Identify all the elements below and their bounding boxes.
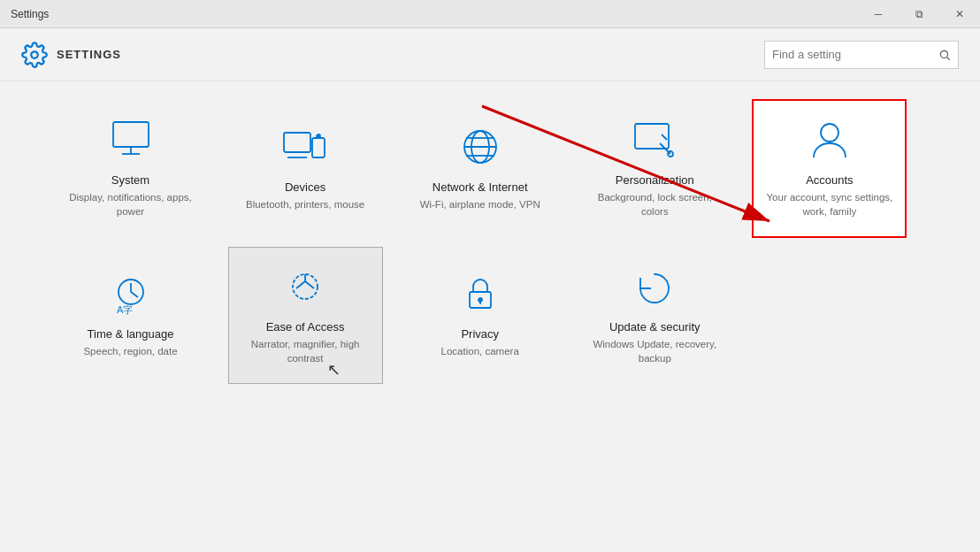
- search-icon[interactable]: [931, 42, 958, 68]
- setting-item-system[interactable]: System Display, notifications, apps, pow…: [53, 99, 208, 238]
- svg-line-18: [662, 134, 667, 140]
- svg-rect-7: [312, 138, 325, 157]
- titlebar-title: Settings: [11, 8, 49, 20]
- svg-point-27: [479, 298, 482, 302]
- update-name: Update & security: [609, 320, 701, 334]
- setting-item-network[interactable]: Network & Internet Wi-Fi, airplane mode,…: [402, 99, 557, 238]
- accounts-name: Accounts: [806, 173, 853, 187]
- privacy-icon: [457, 272, 503, 318]
- ease-desc: Narrator, magnifier, high contrast: [238, 337, 373, 365]
- svg-point-19: [821, 124, 838, 142]
- personalization-icon: [632, 119, 678, 165]
- ease-icon: [282, 265, 328, 311]
- svg-rect-6: [284, 133, 310, 152]
- network-name: Network & Internet: [433, 180, 528, 194]
- header-left: SETTINGS: [21, 42, 121, 68]
- settings-grid: System Display, notifications, apps, pow…: [53, 99, 927, 384]
- accounts-desc: Your account, sync settings, work, famil…: [762, 190, 896, 218]
- privacy-name: Privacy: [461, 327, 499, 341]
- system-icon: [108, 119, 154, 165]
- update-desc: Windows Update, recovery, backup: [587, 337, 723, 365]
- time-desc: Speech, region, date: [83, 344, 177, 358]
- devices-icon: [282, 126, 328, 172]
- time-name: Time & language: [88, 327, 174, 341]
- svg-point-0: [31, 51, 38, 58]
- svg-point-1: [940, 50, 947, 58]
- personalization-desc: Background, lock screen, colors: [587, 190, 723, 218]
- update-icon: [632, 265, 678, 311]
- svg-rect-3: [113, 122, 149, 147]
- setting-item-personalization[interactable]: Personalization Background, lock screen,…: [578, 99, 732, 238]
- devices-desc: Bluetooth, printers, mouse: [246, 197, 364, 211]
- titlebar-controls: ─ ⧉ ✕: [858, 0, 980, 28]
- network-desc: Wi-Fi, airplane mode, VPN: [420, 197, 540, 211]
- setting-item-update[interactable]: Update & security Windows Update, recove…: [578, 247, 732, 384]
- svg-point-9: [317, 134, 320, 138]
- system-name: System: [111, 173, 149, 187]
- setting-item-ease[interactable]: Ease of Access Narrator, magnifier, high…: [228, 247, 383, 384]
- network-icon: [457, 126, 503, 172]
- minimize-button[interactable]: ─: [858, 0, 899, 28]
- setting-item-privacy[interactable]: Privacy Location, camera: [402, 247, 557, 384]
- devices-name: Devices: [285, 180, 325, 194]
- ease-name: Ease of Access: [266, 320, 345, 334]
- svg-line-22: [131, 292, 138, 297]
- setting-item-accounts[interactable]: Accounts Your account, sync settings, wo…: [752, 99, 907, 238]
- svg-text:A字: A字: [117, 304, 133, 315]
- time-icon: A字: [108, 272, 154, 318]
- app-title: SETTINGS: [57, 48, 121, 61]
- accounts-icon: [807, 119, 853, 165]
- setting-item-devices[interactable]: Devices Bluetooth, printers, mouse: [228, 99, 383, 238]
- setting-item-time[interactable]: A字 Time & language Speech, region, date: [53, 247, 208, 384]
- search-box[interactable]: [764, 41, 959, 69]
- search-input[interactable]: [765, 48, 931, 61]
- settings-gear-icon: [21, 42, 48, 68]
- header: SETTINGS: [0, 28, 980, 81]
- system-desc: Display, notifications, apps, power: [63, 190, 198, 218]
- svg-line-2: [947, 57, 950, 59]
- privacy-desc: Location, camera: [441, 344, 519, 358]
- titlebar: Settings ─ ⧉ ✕: [0, 0, 980, 28]
- main-content: System Display, notifications, apps, pow…: [0, 81, 980, 402]
- restore-button[interactable]: ⧉: [899, 0, 939, 28]
- close-button[interactable]: ✕: [939, 0, 980, 28]
- personalization-name: Personalization: [616, 173, 694, 187]
